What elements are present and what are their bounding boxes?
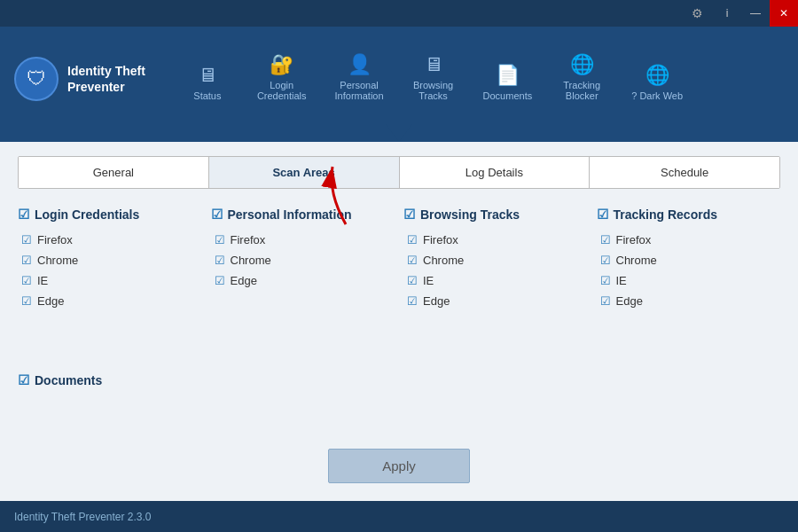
info-button[interactable]: i (713, 0, 741, 27)
status-nav-icon: 🖥 (198, 64, 217, 87)
category-browsing-tracks: ☑ Browsing Tracks ☑ Firefox ☑ Chrome ☑ I… (403, 207, 588, 355)
logo-icon: 🛡 (14, 57, 59, 101)
apply-button[interactable]: Apply (328, 449, 470, 483)
login-chrome-check[interactable]: ☑ (21, 254, 32, 267)
nav-item-status[interactable]: 🖥 Status (172, 57, 243, 113)
app-logo: 🛡 Identity Theft Preventer (14, 57, 145, 101)
browsing-firefox: ☑ Firefox (403, 233, 588, 246)
browsing-check-icon[interactable]: ☑ (403, 207, 415, 223)
nav-item-login[interactable]: 🔐 LoginCredentials (243, 46, 321, 113)
personal-firefox: ☑ Firefox (211, 233, 395, 246)
close-button[interactable]: ✕ (770, 0, 798, 27)
tracking-check-icon[interactable]: ☑ (597, 207, 608, 223)
browsing-edge-check[interactable]: ☑ (407, 294, 418, 308)
login-nav-icon: 🔐 (270, 53, 293, 76)
tracking-edge: ☑ Edge (597, 294, 781, 308)
login-ie-label: IE (37, 274, 48, 287)
tracking-nav-icon: 🌐 (570, 53, 594, 76)
tracking-title-label: Tracking Records (614, 207, 718, 222)
documents-nav-label: Documents (483, 90, 533, 101)
category-documents-title: ☑ Documents (18, 372, 202, 388)
main-nav: 🖥 Status 🔐 LoginCredentials 👤 PersonalIn… (172, 46, 784, 113)
browsing-edge-label: Edge (423, 294, 450, 308)
title-bar: ⚙ i — ✕ (0, 0, 798, 27)
login-firefox-check[interactable]: ☑ (21, 233, 32, 246)
login-edge: ☑ Edge (18, 294, 202, 308)
nav-item-browsing[interactable]: 🖥 BrowsingTracks (398, 46, 469, 113)
login-chrome: ☑ Chrome (18, 254, 202, 267)
chevron-shape (386, 124, 412, 142)
browsing-chrome-check[interactable]: ☑ (407, 254, 418, 267)
personal-chrome: ☑ Chrome (211, 254, 395, 267)
darkweb-nav-icon: 🌐 (645, 64, 669, 87)
nav-item-personal[interactable]: 👤 PersonalInformation (321, 46, 398, 113)
nav-item-documents[interactable]: 📄 Documents (469, 57, 547, 113)
login-title-label: Login Credentials (35, 207, 139, 222)
tab-general[interactable]: General (19, 157, 209, 188)
header: 🛡 Identity Theft Preventer 🖥 Status 🔐 Lo… (0, 27, 798, 124)
tracking-ie-check[interactable]: ☑ (600, 274, 611, 287)
browsing-firefox-check[interactable]: ☑ (407, 233, 418, 246)
tab-schedule[interactable]: Schedule (590, 157, 779, 188)
browsing-chrome-label: Chrome (423, 254, 464, 267)
tracking-ie-label: IE (616, 274, 627, 287)
tracking-firefox-label: Firefox (616, 233, 652, 246)
category-personal-title: ☑ Personal Information (211, 207, 395, 223)
darkweb-nav-label: ? Dark Web (631, 90, 683, 101)
tab-scan-areas[interactable]: Scan Areas (209, 157, 400, 188)
nav-item-darkweb[interactable]: 🌐 ? Dark Web (617, 57, 697, 113)
app-title: Identity Theft Preventer (67, 63, 145, 95)
browsing-nav-label: BrowsingTracks (413, 80, 453, 101)
tracking-ie: ☑ IE (597, 274, 781, 287)
status-nav-label: Status (193, 90, 221, 101)
tracking-edge-label: Edge (616, 294, 643, 308)
nav-item-tracking[interactable]: 🌐 TrackingBlocker (546, 46, 617, 113)
browsing-title-label: Browsing Tracks (420, 207, 520, 222)
login-firefox-label: Firefox (37, 233, 73, 246)
browsing-firefox-label: Firefox (423, 233, 458, 246)
login-check-icon[interactable]: ☑ (18, 207, 29, 223)
documents-nav-icon: 📄 (496, 64, 520, 87)
app-container: 🛡 Identity Theft Preventer 🖥 Status 🔐 Lo… (0, 27, 798, 532)
category-browsing-title: ☑ Browsing Tracks (403, 207, 588, 223)
login-nav-label: LoginCredentials (257, 80, 307, 101)
category-personal-information: ☑ Personal Information ☑ Firefox ☑ Chrom… (211, 207, 395, 355)
personal-check-icon[interactable]: ☑ (211, 207, 223, 223)
browsing-chrome: ☑ Chrome (403, 254, 588, 267)
tracking-edge-check[interactable]: ☑ (600, 294, 611, 308)
category-tracking-title: ☑ Tracking Records (597, 207, 781, 223)
categories-grid: ☑ Login Credentials ☑ Firefox ☑ Chrome ☑… (18, 207, 780, 438)
login-edge-label: Edge (37, 294, 64, 308)
personal-title-label: Personal Information (228, 207, 352, 222)
documents-title-label: Documents (35, 373, 102, 387)
personal-chrome-check[interactable]: ☑ (215, 254, 225, 267)
login-chrome-label: Chrome (37, 254, 78, 267)
documents-check-icon[interactable]: ☑ (18, 372, 29, 388)
category-login-credentials: ☑ Login Credentials ☑ Firefox ☑ Chrome ☑… (18, 207, 202, 355)
content-area: General Scan Areas Log Details Schedule … (0, 142, 798, 501)
tools-icon[interactable]: ⚙ (685, 1, 709, 26)
browsing-ie: ☑ IE (403, 274, 588, 287)
personal-edge: ☑ Edge (211, 274, 395, 287)
login-ie-check[interactable]: ☑ (21, 274, 32, 287)
apply-row: Apply (18, 449, 780, 490)
browsing-ie-check[interactable]: ☑ (407, 274, 418, 287)
tab-bar: General Scan Areas Log Details Schedule (18, 156, 780, 189)
tracking-chrome: ☑ Chrome (597, 254, 781, 267)
tracking-firefox-check[interactable]: ☑ (600, 233, 611, 246)
header-chevron (0, 124, 798, 142)
category-tracking-records: ☑ Tracking Records ☑ Firefox ☑ Chrome ☑ … (597, 207, 781, 355)
personal-edge-check[interactable]: ☑ (215, 274, 225, 287)
login-edge-check[interactable]: ☑ (21, 294, 32, 308)
minimize-button[interactable]: — (741, 0, 770, 27)
personal-nav-icon: 👤 (348, 53, 372, 76)
footer: Identity Theft Preventer 2.3.0 (0, 501, 798, 532)
tab-log-details[interactable]: Log Details (400, 157, 591, 188)
browsing-nav-icon: 🖥 (424, 53, 443, 76)
footer-label: Identity Theft Preventer 2.3.0 (14, 511, 152, 523)
tracking-nav-label: TrackingBlocker (563, 80, 600, 101)
login-firefox: ☑ Firefox (18, 233, 202, 246)
tracking-chrome-check[interactable]: ☑ (600, 254, 611, 267)
personal-firefox-check[interactable]: ☑ (215, 233, 225, 246)
category-login-title: ☑ Login Credentials (18, 207, 202, 223)
